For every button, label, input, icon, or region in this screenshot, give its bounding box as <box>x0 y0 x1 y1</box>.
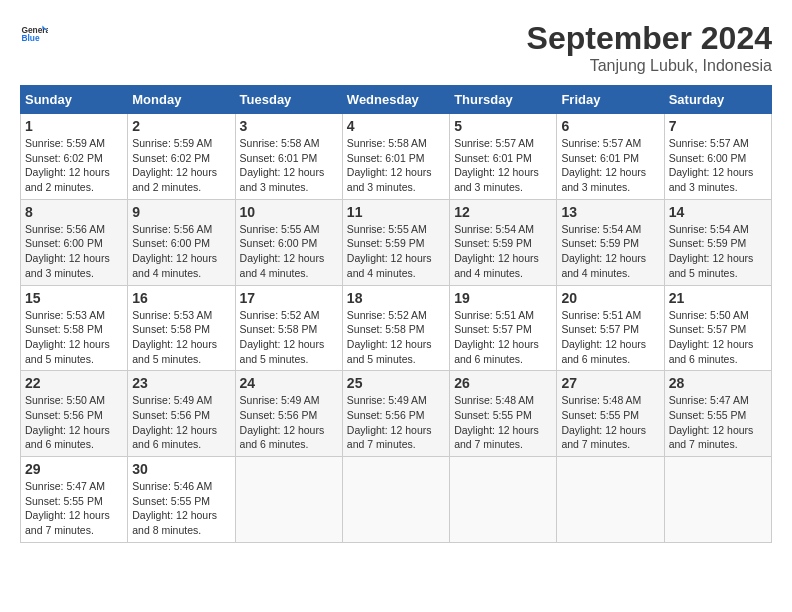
calendar-week-2: 8 Sunrise: 5:56 AM Sunset: 6:00 PM Dayli… <box>21 199 772 285</box>
calendar-cell: 16 Sunrise: 5:53 AM Sunset: 5:58 PM Dayl… <box>128 285 235 371</box>
day-number: 28 <box>669 375 767 391</box>
day-info: Sunrise: 5:59 AM Sunset: 6:02 PM Dayligh… <box>25 136 123 195</box>
day-number: 5 <box>454 118 552 134</box>
day-info: Sunrise: 5:49 AM Sunset: 5:56 PM Dayligh… <box>240 393 338 452</box>
calendar-week-3: 15 Sunrise: 5:53 AM Sunset: 5:58 PM Dayl… <box>21 285 772 371</box>
day-number: 9 <box>132 204 230 220</box>
calendar-cell: 30 Sunrise: 5:46 AM Sunset: 5:55 PM Dayl… <box>128 457 235 543</box>
calendar-cell: 18 Sunrise: 5:52 AM Sunset: 5:58 PM Dayl… <box>342 285 449 371</box>
calendar-cell <box>664 457 771 543</box>
day-info: Sunrise: 5:57 AM Sunset: 6:00 PM Dayligh… <box>669 136 767 195</box>
day-number: 22 <box>25 375 123 391</box>
calendar-cell <box>557 457 664 543</box>
title-block: September 2024 Tanjung Lubuk, Indonesia <box>527 20 772 75</box>
day-info: Sunrise: 5:52 AM Sunset: 5:58 PM Dayligh… <box>240 308 338 367</box>
day-number: 11 <box>347 204 445 220</box>
day-number: 20 <box>561 290 659 306</box>
day-info: Sunrise: 5:46 AM Sunset: 5:55 PM Dayligh… <box>132 479 230 538</box>
calendar-cell <box>235 457 342 543</box>
day-info: Sunrise: 5:48 AM Sunset: 5:55 PM Dayligh… <box>561 393 659 452</box>
calendar-cell: 8 Sunrise: 5:56 AM Sunset: 6:00 PM Dayli… <box>21 199 128 285</box>
calendar-cell: 21 Sunrise: 5:50 AM Sunset: 5:57 PM Dayl… <box>664 285 771 371</box>
day-number: 26 <box>454 375 552 391</box>
calendar-cell: 5 Sunrise: 5:57 AM Sunset: 6:01 PM Dayli… <box>450 114 557 200</box>
day-info: Sunrise: 5:49 AM Sunset: 5:56 PM Dayligh… <box>132 393 230 452</box>
day-header-monday: Monday <box>128 86 235 114</box>
day-number: 23 <box>132 375 230 391</box>
day-header-thursday: Thursday <box>450 86 557 114</box>
day-info: Sunrise: 5:54 AM Sunset: 5:59 PM Dayligh… <box>669 222 767 281</box>
calendar-cell: 9 Sunrise: 5:56 AM Sunset: 6:00 PM Dayli… <box>128 199 235 285</box>
day-info: Sunrise: 5:51 AM Sunset: 5:57 PM Dayligh… <box>454 308 552 367</box>
day-info: Sunrise: 5:58 AM Sunset: 6:01 PM Dayligh… <box>240 136 338 195</box>
calendar-table: SundayMondayTuesdayWednesdayThursdayFrid… <box>20 85 772 543</box>
calendar-cell: 25 Sunrise: 5:49 AM Sunset: 5:56 PM Dayl… <box>342 371 449 457</box>
day-header-saturday: Saturday <box>664 86 771 114</box>
calendar-cell: 3 Sunrise: 5:58 AM Sunset: 6:01 PM Dayli… <box>235 114 342 200</box>
day-number: 8 <box>25 204 123 220</box>
calendar-cell: 23 Sunrise: 5:49 AM Sunset: 5:56 PM Dayl… <box>128 371 235 457</box>
day-info: Sunrise: 5:47 AM Sunset: 5:55 PM Dayligh… <box>669 393 767 452</box>
day-number: 19 <box>454 290 552 306</box>
logo-icon: General Blue <box>20 20 48 48</box>
day-info: Sunrise: 5:56 AM Sunset: 6:00 PM Dayligh… <box>132 222 230 281</box>
day-info: Sunrise: 5:53 AM Sunset: 5:58 PM Dayligh… <box>132 308 230 367</box>
calendar-cell: 29 Sunrise: 5:47 AM Sunset: 5:55 PM Dayl… <box>21 457 128 543</box>
calendar-cell: 20 Sunrise: 5:51 AM Sunset: 5:57 PM Dayl… <box>557 285 664 371</box>
day-info: Sunrise: 5:50 AM Sunset: 5:57 PM Dayligh… <box>669 308 767 367</box>
day-number: 17 <box>240 290 338 306</box>
day-number: 27 <box>561 375 659 391</box>
logo: General Blue <box>20 20 48 48</box>
day-number: 10 <box>240 204 338 220</box>
calendar-cell: 22 Sunrise: 5:50 AM Sunset: 5:56 PM Dayl… <box>21 371 128 457</box>
page-header: General Blue September 2024 Tanjung Lubu… <box>20 20 772 75</box>
day-info: Sunrise: 5:57 AM Sunset: 6:01 PM Dayligh… <box>454 136 552 195</box>
calendar-cell: 4 Sunrise: 5:58 AM Sunset: 6:01 PM Dayli… <box>342 114 449 200</box>
calendar-cell: 1 Sunrise: 5:59 AM Sunset: 6:02 PM Dayli… <box>21 114 128 200</box>
calendar-cell: 6 Sunrise: 5:57 AM Sunset: 6:01 PM Dayli… <box>557 114 664 200</box>
calendar-cell: 15 Sunrise: 5:53 AM Sunset: 5:58 PM Dayl… <box>21 285 128 371</box>
day-number: 24 <box>240 375 338 391</box>
calendar-cell: 26 Sunrise: 5:48 AM Sunset: 5:55 PM Dayl… <box>450 371 557 457</box>
day-number: 12 <box>454 204 552 220</box>
calendar-cell: 2 Sunrise: 5:59 AM Sunset: 6:02 PM Dayli… <box>128 114 235 200</box>
day-number: 25 <box>347 375 445 391</box>
day-header-friday: Friday <box>557 86 664 114</box>
day-header-wednesday: Wednesday <box>342 86 449 114</box>
day-number: 18 <box>347 290 445 306</box>
calendar-cell: 14 Sunrise: 5:54 AM Sunset: 5:59 PM Dayl… <box>664 199 771 285</box>
calendar-week-5: 29 Sunrise: 5:47 AM Sunset: 5:55 PM Dayl… <box>21 457 772 543</box>
calendar-cell: 17 Sunrise: 5:52 AM Sunset: 5:58 PM Dayl… <box>235 285 342 371</box>
day-number: 4 <box>347 118 445 134</box>
day-info: Sunrise: 5:59 AM Sunset: 6:02 PM Dayligh… <box>132 136 230 195</box>
calendar-cell: 7 Sunrise: 5:57 AM Sunset: 6:00 PM Dayli… <box>664 114 771 200</box>
calendar-cell: 27 Sunrise: 5:48 AM Sunset: 5:55 PM Dayl… <box>557 371 664 457</box>
day-info: Sunrise: 5:54 AM Sunset: 5:59 PM Dayligh… <box>454 222 552 281</box>
calendar-cell: 24 Sunrise: 5:49 AM Sunset: 5:56 PM Dayl… <box>235 371 342 457</box>
day-number: 13 <box>561 204 659 220</box>
day-header-tuesday: Tuesday <box>235 86 342 114</box>
calendar-week-4: 22 Sunrise: 5:50 AM Sunset: 5:56 PM Dayl… <box>21 371 772 457</box>
day-number: 14 <box>669 204 767 220</box>
day-info: Sunrise: 5:57 AM Sunset: 6:01 PM Dayligh… <box>561 136 659 195</box>
svg-text:Blue: Blue <box>21 33 39 43</box>
calendar-cell: 10 Sunrise: 5:55 AM Sunset: 6:00 PM Dayl… <box>235 199 342 285</box>
day-number: 16 <box>132 290 230 306</box>
day-number: 7 <box>669 118 767 134</box>
day-info: Sunrise: 5:54 AM Sunset: 5:59 PM Dayligh… <box>561 222 659 281</box>
day-info: Sunrise: 5:58 AM Sunset: 6:01 PM Dayligh… <box>347 136 445 195</box>
day-info: Sunrise: 5:56 AM Sunset: 6:00 PM Dayligh… <box>25 222 123 281</box>
month-title: September 2024 <box>527 20 772 57</box>
day-number: 6 <box>561 118 659 134</box>
calendar-cell: 19 Sunrise: 5:51 AM Sunset: 5:57 PM Dayl… <box>450 285 557 371</box>
location-title: Tanjung Lubuk, Indonesia <box>527 57 772 75</box>
day-number: 30 <box>132 461 230 477</box>
day-header-sunday: Sunday <box>21 86 128 114</box>
calendar-cell: 13 Sunrise: 5:54 AM Sunset: 5:59 PM Dayl… <box>557 199 664 285</box>
day-info: Sunrise: 5:50 AM Sunset: 5:56 PM Dayligh… <box>25 393 123 452</box>
day-number: 1 <box>25 118 123 134</box>
day-number: 21 <box>669 290 767 306</box>
calendar-cell: 11 Sunrise: 5:55 AM Sunset: 5:59 PM Dayl… <box>342 199 449 285</box>
day-info: Sunrise: 5:51 AM Sunset: 5:57 PM Dayligh… <box>561 308 659 367</box>
day-number: 15 <box>25 290 123 306</box>
